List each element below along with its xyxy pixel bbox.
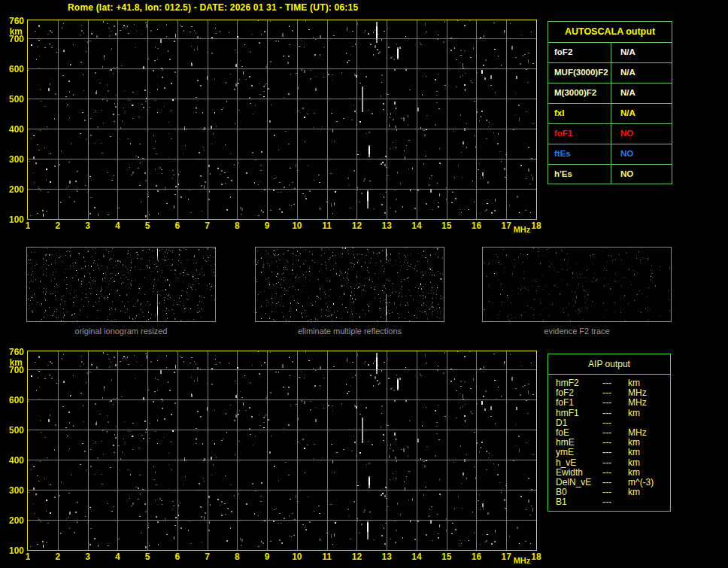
aip-output-header: AIP output [548,354,670,375]
y-axis-tick-label: 760 [0,16,24,26]
x-axis-tick-label: 5 [136,220,159,231]
autoscala-window: Rome (lat: +41.8, lon: 012.5) - DATE: 20… [0,0,728,568]
x-axis-tick-label: 7 [196,220,219,231]
autoscala-parameter-value: N/A [611,63,635,83]
autoscala-rows: foF2 N/A MUF(3000)F2 N/A M(3000)F2 N/A f… [548,43,672,184]
aip-parameter-value: --- [602,398,611,408]
x-axis-tick-label: 3 [77,220,99,231]
ionogram-plot-bottom [27,351,537,551]
x-axis-tick-label: 13 [375,220,398,231]
autoscala-row: M(3000)F2 N/A [548,84,672,104]
autoscala-row: fxI N/A [548,104,672,124]
aip-parameter-unit: km [628,448,640,457]
x-axis-tick-label: 9 [256,220,278,231]
thumbnail-reflections-canvas [256,248,444,321]
aip-parameter-label: D1 [556,418,567,428]
x-axis-tick-label: 10 [286,551,308,562]
caption-evidence-f2-trace: evidence F2 trace [482,326,672,336]
thumbnail-f2-canvas [483,248,671,321]
x-axis-tick-label: 5 [136,551,159,562]
autoscala-output-panel: AUTOSCALA output foF2 N/A MUF(3000)F2 N/… [548,21,672,184]
aip-parameter-label: Ewidth [556,468,583,478]
autoscala-parameter-label: fxI [548,104,611,123]
aip-parameter-unit: km [628,409,640,418]
thumbnail-original-ionogram [26,247,216,322]
caption-original-ionogram: original ionogram resized [26,326,216,336]
autoscala-output-header: AUTOSCALA output [548,22,672,43]
x-axis-tick-label: 3 [77,551,99,562]
ionogram-plot-top [27,20,537,220]
autoscala-parameter-value: N/A [611,84,635,103]
aip-parameter-label: h_vE [556,458,576,468]
autoscala-row: MUF(3000)F2 N/A [548,63,672,84]
y-axis-tick-label: 600 [0,64,24,74]
autoscala-parameter-label: h'Es [548,165,611,184]
autoscala-parameter-value: NO [611,124,633,144]
aip-parameter-value: --- [602,458,611,468]
y-axis-tick-label: 400 [0,124,24,135]
x-axis-tick-label: 8 [226,220,248,231]
y-axis-tick-label: 500 [0,425,24,436]
ionogram-canvas-bottom [28,351,536,550]
x-axis-tick-label: 15 [435,220,458,231]
aip-output-panel: AIP output hmF2 --- km foF2 --- MHz foF1… [548,354,671,512]
ionogram-canvas-top [28,20,536,219]
autoscala-row: ftEs NO [548,144,672,165]
aip-parameter-unit: km [628,458,640,468]
x-axis-tick-label: 4 [106,551,129,562]
autoscala-row: foF1 NO [548,124,672,144]
thumbnail-f2-trace [482,247,672,322]
y-axis-tick-label: 760 [0,347,24,357]
x-axis-tick-label: 11 [316,220,338,231]
aip-parameter-label: hmF1 [556,409,579,418]
x-axis-tick-label: 1 [17,220,39,231]
aip-parameter-value: --- [602,497,611,507]
autoscala-parameter-label: ftEs [548,144,611,164]
aip-row: B1 --- [548,497,670,507]
y-axis-tick-label: 600 [0,395,24,405]
aip-row: ymE --- km [548,448,670,457]
autoscala-parameter-value: NO [611,144,633,164]
x-axis-tick-label: 16 [465,220,487,231]
aip-parameter-value: --- [602,448,611,457]
x-axis-tick-label: 7 [196,551,219,562]
autoscala-parameter-label: foF1 [548,124,611,144]
autoscala-parameter-label: MUF(3000)F2 [548,63,611,83]
x-axis-unit-label: MHz [509,555,535,566]
autoscala-row: foF2 N/A [548,43,672,63]
aip-row: foF1 --- MHz [548,398,670,408]
y-axis-tick-label: 200 [0,515,24,526]
x-axis-tick-label: 10 [286,220,308,231]
x-axis-tick-label: 12 [345,551,368,562]
x-axis-tick-label: 2 [47,551,69,562]
x-axis-tick-label: 6 [166,220,189,231]
x-axis-tick-label: 13 [375,551,398,562]
aip-parameter-unit: km [628,468,640,478]
autoscala-parameter-value: N/A [611,104,635,123]
autoscala-parameter-label: foF2 [548,43,611,62]
station-date-time-title: Rome (lat: +41.8, lon: 012.5) - DATE: 20… [68,2,358,13]
x-axis-tick-label: 11 [316,551,338,562]
y-axis-unit-label: km [0,357,23,368]
x-axis-unit-label: MHz [509,224,535,235]
aip-row: Ewidth --- km [548,468,670,478]
x-axis-tick-label: 2 [47,220,69,231]
x-axis-tick-label: 15 [435,551,458,562]
aip-parameter-value: --- [602,468,611,478]
autoscala-row: h'Es NO [548,165,672,184]
y-axis-tick-label: 400 [0,455,24,466]
thumbnail-original-canvas [27,248,215,321]
x-axis-tick-label: 8 [226,551,248,562]
y-axis-tick-label: 500 [0,94,24,105]
aip-parameter-label: foF1 [556,398,574,408]
aip-parameter-unit: km [628,488,640,497]
aip-parameter-label: B1 [556,497,567,507]
aip-parameter-value: --- [602,418,611,428]
y-axis-unit-label: km [0,26,23,37]
autoscala-parameter-value: N/A [611,43,635,62]
aip-row: hmF1 --- km [548,409,670,418]
x-axis-tick-label: 4 [106,220,129,231]
x-axis-tick-label: 9 [256,551,278,562]
aip-row: D1 --- [548,418,670,428]
thumbnail-eliminate-reflections [255,247,444,322]
